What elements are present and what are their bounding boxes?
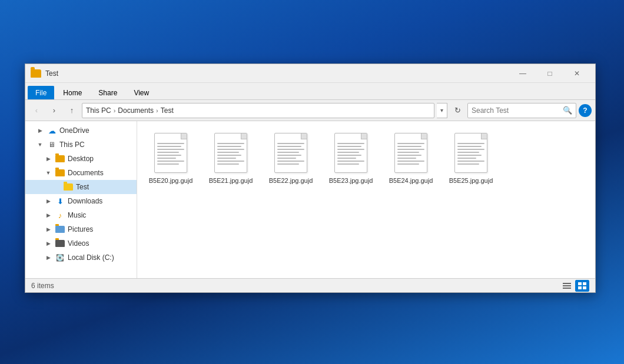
sidebar-item-label-thispc: This PC — [59, 141, 85, 149]
sidebar-item-label-localdisk: Local Disk (C:) — [68, 253, 114, 262]
file-icon-2 — [272, 132, 310, 174]
doc-icon-0 — [154, 133, 187, 173]
folder-videos-icon — [55, 239, 65, 248]
ribbon-tabs: File Home Share View — [25, 83, 595, 99]
file-item-4[interactable]: B5E24.jpg.gujd — [384, 128, 437, 188]
doc-icon-5 — [454, 133, 487, 173]
title-bar: Test — □ ✕ — [25, 64, 595, 83]
close-button[interactable]: ✕ — [563, 64, 590, 83]
file-grid: B5E20.jpg.gujd — [144, 128, 588, 188]
file-explorer-window: Test — □ ✕ File Home Share View ‹ › ↑ Th… — [25, 64, 596, 293]
folder-downloads-icon: ⬇ — [55, 196, 65, 206]
address-path[interactable]: This PC › Documents › Test — [82, 103, 434, 118]
sidebar-item-label-music: Music — [68, 211, 86, 219]
svg-rect-4 — [583, 282, 586, 285]
folder-test-icon — [63, 182, 74, 192]
sidebar-item-label-desktop: Desktop — [68, 155, 94, 163]
expand-downloads-icon[interactable]: ▶ — [44, 197, 52, 205]
file-name-2: B5E22.jpg.gujd — [269, 176, 313, 185]
status-count: 6 items — [31, 282, 54, 290]
doc-icon-3 — [334, 133, 367, 173]
expand-desktop-icon[interactable]: ▶ — [44, 155, 52, 163]
file-name-0: B5E20.jpg.gujd — [149, 176, 193, 185]
sidebar-item-onedrive[interactable]: ▶ ☁ OneDrive — [25, 123, 137, 138]
sidebar-item-music[interactable]: ▶ ♪ Music — [25, 208, 137, 222]
sidebar-item-label-documents: Documents — [68, 169, 104, 177]
file-name-3: B5E23.jpg.gujd — [329, 176, 373, 185]
file-name-4: B5E24.jpg.gujd — [389, 176, 433, 185]
svg-rect-5 — [578, 286, 582, 289]
file-name-1: B5E21.jpg.gujd — [209, 176, 253, 185]
folder-music-icon: ♪ — [55, 211, 65, 220]
breadcrumb-documents[interactable]: Documents — [118, 106, 154, 115]
sidebar-item-downloads[interactable]: ▶ ⬇ Downloads — [25, 194, 137, 208]
breadcrumb-sep1: › — [114, 107, 116, 114]
sidebar-item-label-pictures: Pictures — [68, 225, 93, 233]
minimize-button[interactable]: — — [509, 64, 536, 83]
ribbon: File Home Share View — [25, 83, 595, 100]
maximize-button[interactable]: □ — [536, 64, 563, 83]
pc-icon: 🖥 — [47, 140, 57, 149]
expand-videos-icon[interactable]: ▶ — [44, 239, 52, 248]
sidebar-item-desktop[interactable]: ▶ Desktop — [25, 152, 137, 166]
file-item-5[interactable]: B5E25.jpg.gujd — [444, 128, 497, 188]
file-item-2[interactable]: B5E22.jpg.gujd — [264, 128, 317, 188]
sidebar-item-localdisk[interactable]: ▶ 💽 Local Disk (C:) — [25, 251, 137, 265]
address-dropdown[interactable]: ▾ — [437, 103, 447, 118]
sidebar-item-videos[interactable]: ▶ Videos — [25, 236, 137, 251]
search-input[interactable] — [472, 106, 563, 115]
window-controls: — □ ✕ — [509, 64, 590, 83]
expand-localdisk-icon[interactable]: ▶ — [44, 253, 52, 262]
up-button[interactable]: ↑ — [64, 103, 79, 118]
refresh-button[interactable]: ↻ — [450, 103, 465, 118]
file-item-1[interactable]: B5E21.jpg.gujd — [204, 128, 257, 188]
sidebar-item-label-videos: Videos — [68, 239, 89, 248]
tab-share[interactable]: Share — [91, 86, 125, 99]
svg-rect-3 — [578, 282, 582, 285]
sidebar-item-label-downloads: Downloads — [68, 197, 102, 205]
breadcrumb-test[interactable]: Test — [161, 106, 174, 115]
tab-home[interactable]: Home — [55, 86, 89, 99]
expand-music-icon[interactable]: ▶ — [44, 211, 52, 219]
list-view-icon — [563, 282, 571, 289]
folder-pictures-icon — [55, 225, 65, 234]
expand-onedrive-icon[interactable]: ▶ — [36, 126, 44, 135]
sidebar-item-test[interactable]: ▶ Test — [25, 180, 137, 194]
breadcrumb-thispc[interactable]: This PC — [86, 106, 111, 115]
doc-icon-4 — [394, 133, 427, 173]
doc-icon-1 — [214, 133, 247, 173]
window-title: Test — [45, 69, 509, 78]
svg-rect-2 — [563, 288, 571, 289]
tab-view[interactable]: View — [126, 86, 157, 99]
view-icons-button[interactable] — [575, 280, 589, 292]
expand-thispc-icon[interactable]: ▼ — [36, 141, 44, 149]
svg-rect-0 — [563, 283, 571, 284]
file-name-5: B5E25.jpg.gujd — [449, 176, 493, 185]
address-bar: ‹ › ↑ This PC › Documents › Test ▾ ↻ 🔍 ? — [25, 100, 595, 121]
forward-button[interactable]: › — [47, 103, 62, 118]
expand-pictures-icon[interactable]: ▶ — [44, 225, 52, 233]
icons-view-icon — [578, 282, 586, 289]
sidebar-item-documents[interactable]: ▼ Documents — [25, 166, 137, 180]
tab-file[interactable]: File — [28, 86, 54, 99]
sidebar-item-thispc[interactable]: ▼ 🖥 This PC — [25, 138, 137, 152]
search-icon[interactable]: 🔍 — [563, 106, 572, 115]
svg-rect-1 — [563, 285, 571, 286]
nav-pane: ▶ ☁ OneDrive ▼ 🖥 This PC ▶ Des — [25, 121, 137, 278]
help-button[interactable]: ? — [579, 104, 592, 117]
file-item-3[interactable]: B5E23.jpg.gujd — [324, 128, 377, 188]
file-item-0[interactable]: B5E20.jpg.gujd — [144, 128, 197, 188]
file-icon-5 — [452, 132, 490, 174]
view-list-button[interactable] — [560, 280, 574, 292]
expand-documents-icon[interactable]: ▼ — [44, 169, 52, 177]
folder-desktop-icon — [55, 154, 65, 163]
svg-rect-6 — [583, 286, 586, 289]
sidebar-item-pictures[interactable]: ▶ Pictures — [25, 222, 137, 236]
folder-documents-icon — [55, 168, 65, 178]
back-button[interactable]: ‹ — [29, 103, 44, 118]
file-icon-3 — [332, 132, 370, 174]
view-buttons — [560, 280, 589, 292]
doc-icon-2 — [274, 133, 307, 173]
file-icon-0 — [152, 132, 190, 174]
search-box[interactable]: 🔍 — [467, 103, 576, 118]
